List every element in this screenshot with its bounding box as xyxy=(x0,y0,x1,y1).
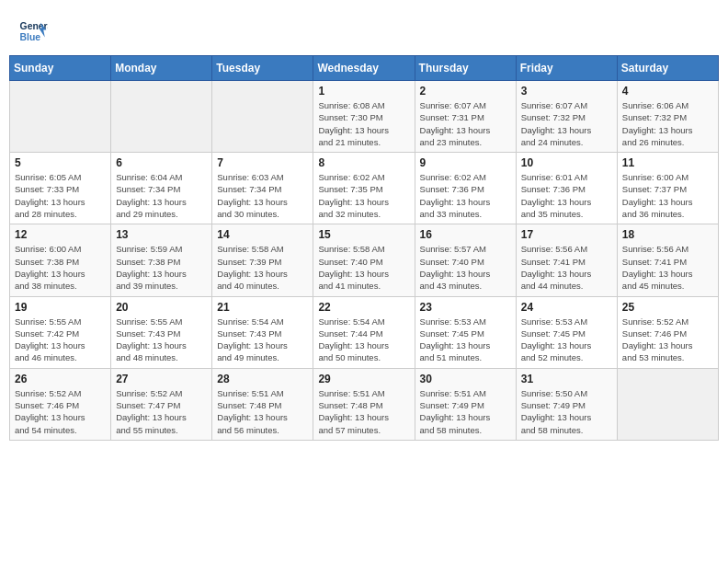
day-number: 11 xyxy=(622,156,713,169)
calendar-body: 1Sunrise: 6:08 AM Sunset: 7:30 PM Daylig… xyxy=(10,81,719,441)
day-info: Sunrise: 5:58 AM Sunset: 7:40 PM Dayligh… xyxy=(318,243,409,292)
day-info: Sunrise: 5:59 AM Sunset: 7:38 PM Dayligh… xyxy=(116,243,207,292)
calendar-cell: 19Sunrise: 5:55 AM Sunset: 7:42 PM Dayli… xyxy=(10,296,111,368)
day-number: 12 xyxy=(15,228,106,241)
day-info: Sunrise: 5:52 AM Sunset: 7:46 PM Dayligh… xyxy=(622,316,713,364)
day-number: 17 xyxy=(521,228,612,241)
day-number: 31 xyxy=(521,373,612,385)
day-header-thursday: Thursday xyxy=(415,56,516,81)
day-number: 20 xyxy=(116,301,207,314)
day-number: 5 xyxy=(15,156,106,169)
day-info: Sunrise: 6:01 AM Sunset: 7:36 PM Dayligh… xyxy=(521,171,612,220)
calendar-cell: 14Sunrise: 5:58 AM Sunset: 7:39 PM Dayli… xyxy=(212,224,313,296)
calendar-cell xyxy=(617,368,718,440)
calendar-cell: 10Sunrise: 6:01 AM Sunset: 7:36 PM Dayli… xyxy=(516,153,617,224)
calendar-cell: 4Sunrise: 6:06 AM Sunset: 7:32 PM Daylig… xyxy=(617,81,718,153)
calendar-cell: 17Sunrise: 5:56 AM Sunset: 7:41 PM Dayli… xyxy=(516,224,617,296)
calendar-cell: 15Sunrise: 5:58 AM Sunset: 7:40 PM Dayli… xyxy=(313,224,415,296)
calendar-cell: 25Sunrise: 5:52 AM Sunset: 7:46 PM Dayli… xyxy=(617,296,718,368)
calendar-week-5: 26Sunrise: 5:52 AM Sunset: 7:46 PM Dayli… xyxy=(10,368,719,440)
calendar-cell xyxy=(212,81,313,153)
day-header-monday: Monday xyxy=(111,56,212,81)
calendar-cell: 20Sunrise: 5:55 AM Sunset: 7:43 PM Dayli… xyxy=(111,296,212,368)
day-info: Sunrise: 5:56 AM Sunset: 7:41 PM Dayligh… xyxy=(622,243,713,292)
calendar-cell: 5Sunrise: 6:05 AM Sunset: 7:33 PM Daylig… xyxy=(10,153,111,224)
day-info: Sunrise: 6:00 AM Sunset: 7:37 PM Dayligh… xyxy=(622,171,713,220)
calendar-cell: 9Sunrise: 6:02 AM Sunset: 7:36 PM Daylig… xyxy=(415,153,516,224)
day-info: Sunrise: 6:08 AM Sunset: 7:30 PM Dayligh… xyxy=(318,99,409,148)
day-info: Sunrise: 5:55 AM Sunset: 7:42 PM Dayligh… xyxy=(15,316,106,364)
day-info: Sunrise: 6:07 AM Sunset: 7:32 PM Dayligh… xyxy=(521,99,612,148)
logo: General Blue xyxy=(18,17,48,46)
day-info: Sunrise: 5:57 AM Sunset: 7:40 PM Dayligh… xyxy=(420,243,511,292)
day-header-saturday: Saturday xyxy=(617,56,718,81)
calendar-week-1: 1Sunrise: 6:08 AM Sunset: 7:30 PM Daylig… xyxy=(10,81,719,153)
day-header-sunday: Sunday xyxy=(10,56,111,81)
day-number: 1 xyxy=(318,85,409,98)
day-number: 26 xyxy=(15,373,106,385)
calendar-week-3: 12Sunrise: 6:00 AM Sunset: 7:38 PM Dayli… xyxy=(10,224,719,296)
header: General Blue xyxy=(9,9,719,52)
day-info: Sunrise: 6:00 AM Sunset: 7:38 PM Dayligh… xyxy=(15,243,106,292)
calendar-cell: 27Sunrise: 5:52 AM Sunset: 7:47 PM Dayli… xyxy=(111,368,212,440)
logo-icon: General Blue xyxy=(18,17,48,46)
calendar-cell: 31Sunrise: 5:50 AM Sunset: 7:49 PM Dayli… xyxy=(516,368,617,440)
day-number: 25 xyxy=(622,301,713,314)
calendar-cell: 1Sunrise: 6:08 AM Sunset: 7:30 PM Daylig… xyxy=(313,81,415,153)
calendar-cell: 22Sunrise: 5:54 AM Sunset: 7:44 PM Dayli… xyxy=(313,296,415,368)
calendar-cell: 24Sunrise: 5:53 AM Sunset: 7:45 PM Dayli… xyxy=(516,296,617,368)
calendar-week-4: 19Sunrise: 5:55 AM Sunset: 7:42 PM Dayli… xyxy=(10,296,719,368)
calendar: SundayMondayTuesdayWednesdayThursdayFrid… xyxy=(9,55,719,441)
day-number: 16 xyxy=(420,228,511,241)
calendar-cell: 21Sunrise: 5:54 AM Sunset: 7:43 PM Dayli… xyxy=(212,296,313,368)
day-info: Sunrise: 5:56 AM Sunset: 7:41 PM Dayligh… xyxy=(521,243,612,292)
day-info: Sunrise: 6:02 AM Sunset: 7:36 PM Dayligh… xyxy=(420,171,511,220)
calendar-header-row: SundayMondayTuesdayWednesdayThursdayFrid… xyxy=(10,56,719,81)
day-number: 28 xyxy=(217,373,308,385)
calendar-cell: 16Sunrise: 5:57 AM Sunset: 7:40 PM Dayli… xyxy=(415,224,516,296)
day-info: Sunrise: 5:51 AM Sunset: 7:49 PM Dayligh… xyxy=(420,387,511,436)
day-info: Sunrise: 5:55 AM Sunset: 7:43 PM Dayligh… xyxy=(116,316,207,364)
day-info: Sunrise: 5:52 AM Sunset: 7:46 PM Dayligh… xyxy=(15,387,106,436)
day-info: Sunrise: 5:51 AM Sunset: 7:48 PM Dayligh… xyxy=(318,387,409,436)
calendar-cell: 30Sunrise: 5:51 AM Sunset: 7:49 PM Dayli… xyxy=(415,368,516,440)
calendar-cell: 18Sunrise: 5:56 AM Sunset: 7:41 PM Dayli… xyxy=(617,224,718,296)
day-info: Sunrise: 6:07 AM Sunset: 7:31 PM Dayligh… xyxy=(420,99,511,148)
calendar-cell: 26Sunrise: 5:52 AM Sunset: 7:46 PM Dayli… xyxy=(10,368,111,440)
day-info: Sunrise: 5:54 AM Sunset: 7:44 PM Dayligh… xyxy=(318,316,409,364)
day-number: 15 xyxy=(318,228,409,241)
calendar-cell: 23Sunrise: 5:53 AM Sunset: 7:45 PM Dayli… xyxy=(415,296,516,368)
calendar-cell: 8Sunrise: 6:02 AM Sunset: 7:35 PM Daylig… xyxy=(313,153,415,224)
day-header-tuesday: Tuesday xyxy=(212,56,313,81)
day-info: Sunrise: 5:51 AM Sunset: 7:48 PM Dayligh… xyxy=(217,387,308,436)
day-number: 8 xyxy=(318,156,409,169)
day-header-wednesday: Wednesday xyxy=(313,56,415,81)
svg-text:Blue: Blue xyxy=(20,32,41,42)
calendar-cell: 6Sunrise: 6:04 AM Sunset: 7:34 PM Daylig… xyxy=(111,153,212,224)
day-info: Sunrise: 5:53 AM Sunset: 7:45 PM Dayligh… xyxy=(420,316,511,364)
day-number: 27 xyxy=(116,373,207,385)
day-number: 30 xyxy=(420,373,511,385)
day-number: 2 xyxy=(420,85,511,98)
day-info: Sunrise: 5:52 AM Sunset: 7:47 PM Dayligh… xyxy=(116,387,207,436)
day-number: 14 xyxy=(217,228,308,241)
day-number: 3 xyxy=(521,85,612,98)
day-number: 24 xyxy=(521,301,612,314)
day-info: Sunrise: 6:03 AM Sunset: 7:34 PM Dayligh… xyxy=(217,171,308,220)
calendar-cell xyxy=(111,81,212,153)
day-info: Sunrise: 6:02 AM Sunset: 7:35 PM Dayligh… xyxy=(318,171,409,220)
calendar-cell: 28Sunrise: 5:51 AM Sunset: 7:48 PM Dayli… xyxy=(212,368,313,440)
day-number: 21 xyxy=(217,301,308,314)
calendar-cell xyxy=(10,81,111,153)
day-info: Sunrise: 5:53 AM Sunset: 7:45 PM Dayligh… xyxy=(521,316,612,364)
calendar-cell: 7Sunrise: 6:03 AM Sunset: 7:34 PM Daylig… xyxy=(212,153,313,224)
day-number: 7 xyxy=(217,156,308,169)
calendar-week-2: 5Sunrise: 6:05 AM Sunset: 7:33 PM Daylig… xyxy=(10,153,719,224)
calendar-cell: 12Sunrise: 6:00 AM Sunset: 7:38 PM Dayli… xyxy=(10,224,111,296)
calendar-cell: 3Sunrise: 6:07 AM Sunset: 7:32 PM Daylig… xyxy=(516,81,617,153)
day-number: 19 xyxy=(15,301,106,314)
day-info: Sunrise: 6:04 AM Sunset: 7:34 PM Dayligh… xyxy=(116,171,207,220)
day-number: 22 xyxy=(318,301,409,314)
day-header-friday: Friday xyxy=(516,56,617,81)
day-info: Sunrise: 6:06 AM Sunset: 7:32 PM Dayligh… xyxy=(622,99,713,148)
